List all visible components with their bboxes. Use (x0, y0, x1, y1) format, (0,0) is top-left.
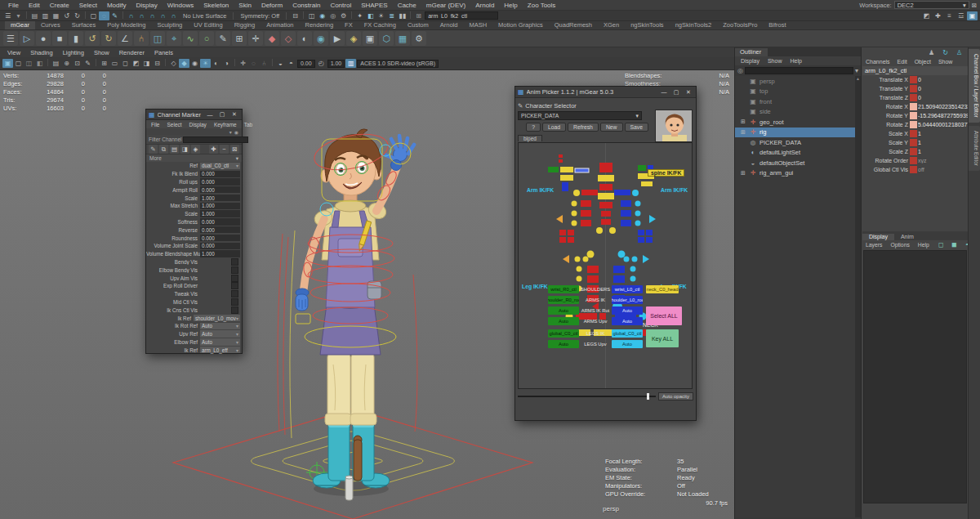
slider-handle[interactable] (647, 393, 649, 400)
character-thumbnail[interactable] (655, 110, 693, 142)
channel-box-row[interactable]: Global Ctl Visoff (862, 165, 968, 174)
field-chart-icon[interactable]: ◨ (141, 59, 152, 68)
namespace-dropdown[interactable]: PICKER_DATA ▾ (518, 111, 642, 120)
menu-item-modify[interactable]: Modify (102, 1, 131, 10)
channel-value[interactable] (200, 283, 240, 289)
quick-selection-input[interactable] (425, 11, 498, 20)
outliner-item-geo-root[interactable]: ⊞✛geo_root (735, 117, 861, 128)
picker-tab-biped[interactable]: biped (518, 135, 542, 141)
workspace-lock-icon[interactable]: ⊠ (972, 2, 977, 9)
picker-canvas[interactable]: Arm IK/FKspine IK/FKArm IK/FKLeg IK/FKLe… (518, 142, 693, 389)
channel-value[interactable] (200, 306, 240, 313)
oversc​an-icon[interactable]: ⊡ (72, 59, 82, 68)
anim-layer-refresh-icon[interactable]: ↻ (940, 48, 951, 57)
outliner-search-input[interactable] (745, 67, 853, 74)
menu-item-file[interactable]: File (3, 1, 24, 10)
outliner-item-rig[interactable]: ⊞✛rig (735, 128, 861, 138)
shelf-tab-mash[interactable]: MASH (463, 21, 492, 29)
ol-menu-help[interactable]: Help (786, 58, 804, 64)
channel-value[interactable] (200, 258, 240, 265)
channel-row[interactable]: Elbow Bendy Vis (146, 266, 242, 274)
outliner-item-top[interactable]: ▣top (735, 87, 861, 97)
channel-value[interactable]: 0.000 (200, 218, 240, 225)
picker-button-auto[interactable]: Auto (548, 340, 579, 348)
channel-value[interactable]: 0.000 (200, 171, 240, 177)
channel-value[interactable]: 1.000 (200, 203, 240, 209)
menu-item-zoo-tools[interactable]: Zoo Tools (523, 1, 561, 10)
shelf-undo-icon[interactable]: ↺ (85, 31, 100, 46)
light-editor-icon[interactable]: ☀ (376, 11, 386, 20)
channel-box-row[interactable]: Rotate Y-15.296487275593935 (862, 111, 968, 120)
image-plane-icon[interactable]: ▤ (51, 59, 61, 68)
attribute-value[interactable]: 0 (918, 86, 968, 92)
channel-value[interactable] (200, 275, 240, 281)
cb-menu-show[interactable]: Show (935, 59, 956, 65)
save-scene-icon[interactable]: ▦ (51, 11, 61, 20)
shelf-ik-icon[interactable]: ⌖ (167, 31, 181, 46)
layer-editor-tab-anim[interactable]: Anim (894, 234, 920, 240)
shelf-mirror-icon[interactable]: ◐ (297, 31, 312, 46)
channel-row[interactable]: Roundness0.000 (146, 234, 242, 242)
channel-box-row[interactable]: Scale Z1 (862, 147, 968, 156)
film-gate-icon[interactable]: ▭ (109, 59, 120, 68)
channel-row[interactable]: Volume Blendshape Mult1.000 (146, 250, 242, 258)
shelf-angle-icon[interactable]: ∠ (118, 31, 132, 46)
cm-menu-file[interactable]: File (148, 122, 163, 128)
undo-icon[interactable]: ↺ (61, 11, 72, 20)
filter-input[interactable] (183, 136, 248, 143)
channel-value[interactable]: Auto▾ (200, 323, 240, 329)
shelf-tab-animation[interactable]: Animation (261, 21, 299, 29)
colorspace-dropdown[interactable]: ACES 1.0 SDR-video (sRGB) (357, 60, 439, 68)
channel-row[interactable]: Armpit Roll0.000 (146, 186, 242, 194)
resolution-gate-icon[interactable]: ◻ (120, 59, 131, 68)
channel-row[interactable]: Volume Joint Scale0.000 (146, 242, 242, 250)
shelf-redo-icon[interactable]: ↻ (101, 31, 116, 46)
gamma-value[interactable]: 1.00 (327, 60, 345, 68)
shelf-curve-icon[interactable]: ∿ (183, 31, 198, 46)
attribute-value[interactable]: 0 (918, 95, 968, 101)
channel-box-row[interactable]: Rotate X21.509402235142337 (862, 102, 968, 111)
shelf-sphere-icon[interactable]: ● (36, 31, 51, 46)
gamma-icon[interactable]: ◓ (286, 59, 296, 68)
add-channel-button[interactable]: ✚ (209, 145, 218, 154)
exposure-value[interactable]: 0.00 (297, 60, 315, 68)
picker-button-auto[interactable]: Auto (612, 306, 643, 315)
cm-menu-tab[interactable]: Tab (241, 122, 256, 128)
picker-button-global-c0-ctl[interactable]: global_C0_ctl (612, 329, 643, 338)
new-empty-layer-icon[interactable]: ◻ (936, 240, 947, 249)
channel-row[interactable]: Scale1.000 (146, 194, 242, 202)
opacity-slider[interactable] (518, 396, 656, 397)
cm-menu-select[interactable]: Select (163, 122, 185, 128)
cb-menu-edit[interactable]: Edit (894, 59, 911, 65)
picker-button-neck-c0-head[interactable]: neck_C0_head (646, 285, 679, 293)
channel-value[interactable] (200, 298, 240, 305)
shelf-tab-arnold[interactable]: Arnold (434, 21, 464, 29)
menu-item-display[interactable]: Display (131, 1, 163, 10)
cm-menu-display[interactable]: Display (186, 122, 210, 128)
channel-row[interactable]: Tweak Vis (146, 290, 242, 298)
vp-menu-view[interactable]: View (3, 49, 24, 56)
vp-menu-shading[interactable]: Shading (26, 49, 57, 56)
menu-item-mgear-dev-[interactable]: mGear (DEV) (421, 1, 470, 10)
key-channel-icon[interactable]: ◈ (191, 145, 200, 154)
ap-btn-refresh[interactable]: Refresh (568, 123, 599, 132)
close-button[interactable]: ✕ (229, 111, 239, 118)
key-all-button[interactable]: Key ALL (646, 329, 679, 347)
channel-row[interactable]: Refdual_C0_ctl▾ (146, 162, 242, 170)
channel-row[interactable]: Fk Ik Blend0.000 (146, 170, 242, 178)
channel-value[interactable]: 0.000 (200, 178, 240, 185)
shelf-circle-icon[interactable]: ○ (199, 31, 214, 46)
channel-marker-titlebar[interactable]: ▦ Channel Marker — ▢ ✕ (146, 110, 242, 120)
snap-curve-icon[interactable]: ∩ (136, 11, 147, 20)
menu-item-deform[interactable]: Deform (256, 1, 287, 10)
construction-history-icon[interactable]: ⊟ (290, 11, 301, 20)
channel-box-row[interactable]: Translate Y0 (862, 84, 968, 93)
layer-list-empty[interactable] (863, 250, 967, 503)
anim-picker-window[interactable]: ▦ Anim Picker 1.1.2 | mGear 5.0.3 — ▢ ✕ … (514, 86, 697, 421)
live-surface-label[interactable]: No Live Surface (180, 12, 229, 20)
open-render-view-icon[interactable]: ◫ (306, 11, 317, 20)
shelf-constraint-icon[interactable]: ◆ (265, 31, 279, 46)
shelf-tab-sculpting[interactable]: Sculpting (151, 21, 188, 29)
le-menu-help[interactable]: Help (915, 242, 933, 248)
shelf-tab-rendering[interactable]: Rendering (300, 21, 340, 29)
